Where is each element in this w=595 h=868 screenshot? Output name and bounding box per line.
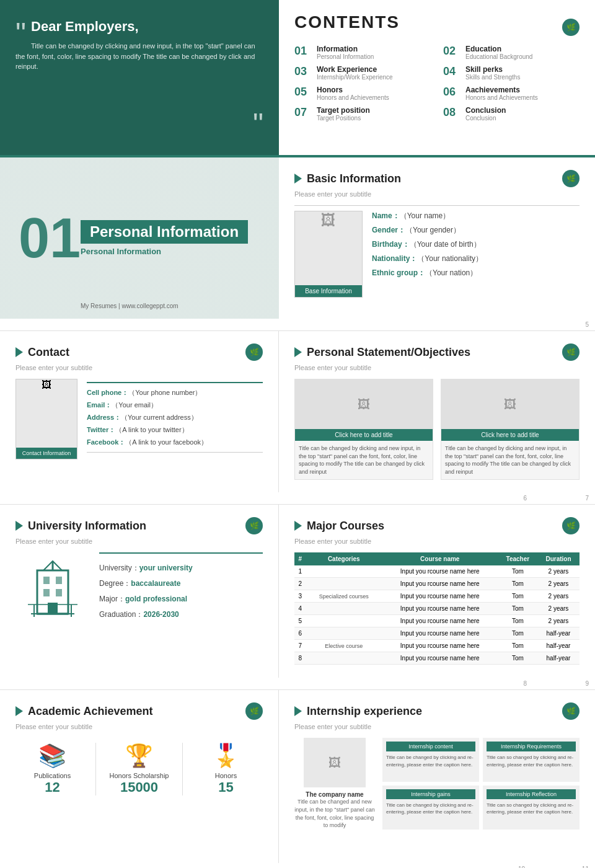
contact-label: Facebook： (87, 438, 125, 446)
ach-value: 12 (15, 779, 89, 795)
section-triangle (294, 174, 302, 184)
contact-subtitle: Please enter your subtitle (15, 364, 263, 371)
intern-subtitle: Please enter your subtitle (294, 723, 580, 730)
field-value: （Your gender） (405, 226, 461, 234)
info-field: Ethnic group：（Your nation） (372, 268, 580, 278)
row-teacher: Tom (498, 652, 537, 665)
intern-box-text: Title can so changed by clicking and re-… (487, 802, 576, 815)
row-cat: Elective course (306, 640, 382, 652)
contents-text: Aachievements Honors and Achievements (465, 86, 538, 101)
row-teacher: Tom (498, 640, 537, 652)
contact-value: （Your current address） (121, 414, 198, 421)
contents-text: Target position Target Positions (317, 106, 370, 122)
info-field: Name：（Your name） (372, 211, 580, 221)
intern-box-text: Title can be changed by clicking and re-… (386, 802, 475, 815)
row-teacher: Tom (498, 615, 537, 627)
svg-rect-2 (56, 577, 62, 584)
lower-row: Contact 🌿 Please enter your subtitle 🖼 C… (0, 330, 595, 492)
contents-sub: Target Positions (317, 115, 370, 122)
basic-info-content: 🖼 Base Information Name：（Your name）Gende… (294, 211, 580, 298)
quote-open-icon: " (15, 19, 26, 48)
uni-logo-area (15, 552, 90, 625)
row-name: Input you rcourse name here (382, 578, 498, 590)
uni-label: Graduation： (99, 610, 143, 619)
ach-subtitle: Please enter your subtitle (15, 723, 263, 730)
row-num: 7 (294, 640, 306, 652)
contact-photo-icon: 🖼 (42, 379, 51, 391)
intern-box-text: Title can be changed by clicking and re-… (386, 754, 475, 768)
row-name: Input you rcourse name here (382, 615, 498, 627)
intern-box-text: Title can so changed by clicking and re-… (487, 754, 576, 768)
contents-label: Work Experience (317, 65, 393, 74)
pi-footer: My Resumes | www.collegeppt.com (81, 303, 178, 309)
field-label: Nationality： (372, 254, 417, 263)
stmt-card-text: Title can be changed by dicking and new … (295, 441, 433, 479)
stmt-card-title[interactable]: Click here to add title (441, 429, 579, 441)
courses-triangle (294, 521, 302, 531)
row-duration: 2 years (537, 565, 580, 578)
row-teacher: Tom (498, 590, 537, 603)
row-name: Input you rcourse name here (382, 652, 498, 665)
university-panel: University Information 🌿 Please enter yo… (0, 505, 279, 678)
page-num-3: 8 9 (0, 678, 595, 689)
contents-sub: Skills and Strengths (465, 74, 520, 81)
contents-num: 03 (294, 65, 312, 78)
row-duration: 2 years (537, 590, 580, 603)
intern-logo: 🌿 (562, 702, 580, 720)
row5: Academic Achievement 🌿 Please enter your… (0, 689, 595, 863)
ach-divider (182, 743, 183, 795)
contact-value: （Your phone number） (128, 389, 201, 396)
table-row: 3 Specialized courses Input you rcourse … (294, 590, 580, 603)
intern-box: Internship Requirements Title can so cha… (483, 738, 580, 782)
courses-header: # (294, 552, 306, 565)
intern-triangle (294, 706, 302, 716)
intern-box: Internship gains Title can be changed by… (382, 786, 479, 830)
basic-info-subtitle: Please enter your subtitle (294, 190, 580, 198)
basic-photo: 🖼 Base Information (294, 211, 363, 298)
stmt-card-text: Title can be changed by dicking and new … (441, 441, 579, 479)
stmt-photo: 🖼 (441, 379, 579, 429)
contents-sub: Internship/Work Experience (317, 74, 393, 81)
info-field: Birthday：（Your date of birth） (372, 239, 580, 250)
contact-panel: Contact 🌿 Please enter your subtitle 🖼 C… (0, 331, 279, 492)
table-row: 8 Input you rcourse name here Tom half-y… (294, 652, 580, 665)
uni-field: Major：gold professional (99, 594, 263, 604)
contents-label: Honors (317, 86, 389, 94)
row-duration: 2 years (537, 615, 580, 627)
contact-content: 🖼 Contact Information Cell phone：（Your p… (15, 379, 263, 459)
field-label: Ethnic group： (372, 268, 425, 277)
field-label: Name： (372, 211, 400, 220)
table-row: 5 Input you rcourse name here Tom 2 year… (294, 615, 580, 627)
contact-label: Address： (87, 414, 121, 421)
courses-table: #CategoriesCourse nameTeacherDuration 1 … (294, 552, 580, 665)
intern-box-title: Internship content (386, 742, 475, 751)
stmt-card-title[interactable]: Click here to add title (295, 429, 433, 441)
stmt-triangle (294, 347, 302, 357)
contact-value: （Your email） (112, 401, 157, 409)
row-num: 8 (294, 652, 306, 665)
stmt-card: 🖼 Click here to add title Title can be c… (441, 379, 580, 480)
pi-text: Personal Information Personal Informatio… (81, 220, 248, 256)
contents-sub: Honors and Achievements (317, 94, 389, 101)
courses-header: Duration (537, 552, 580, 565)
row-duration: half-year (537, 640, 580, 652)
intern-box-title: Internship Requirements (487, 742, 576, 751)
quote-close-icon: " (253, 109, 263, 139)
ach-icon: 🎖️ (189, 743, 263, 769)
uni-content: University：your universityDegree：baccala… (15, 552, 263, 625)
contents-text: Work Experience Internship/Work Experien… (317, 65, 393, 81)
personal-info-panel: 01 Personal Information Personal Informa… (0, 157, 279, 319)
uni-label: Major： (99, 595, 125, 603)
pi-title: Personal Information (81, 220, 248, 244)
contact-field: Facebook：（A link to your facebook） (87, 438, 263, 447)
internship-panel: Internship experience 🌿 Please enter you… (279, 690, 595, 863)
field-value: （Your name） (400, 211, 451, 220)
table-row: 1 Input you rcourse name here Tom 2 year… (294, 565, 580, 578)
contents-grid: 01 Information Personal Information 02 E… (294, 45, 580, 122)
contents-item: 02 Education Educational Background (443, 45, 580, 60)
intern-box-title: Internship Reflection (487, 789, 576, 799)
achievement-cards: 📚 Publications 12🏆 Honors Scholarship 15… (15, 743, 263, 795)
courses-header: Course name (382, 552, 498, 565)
stmt-photo: 🖼 (295, 379, 433, 429)
row-teacher: Tom (498, 578, 537, 590)
